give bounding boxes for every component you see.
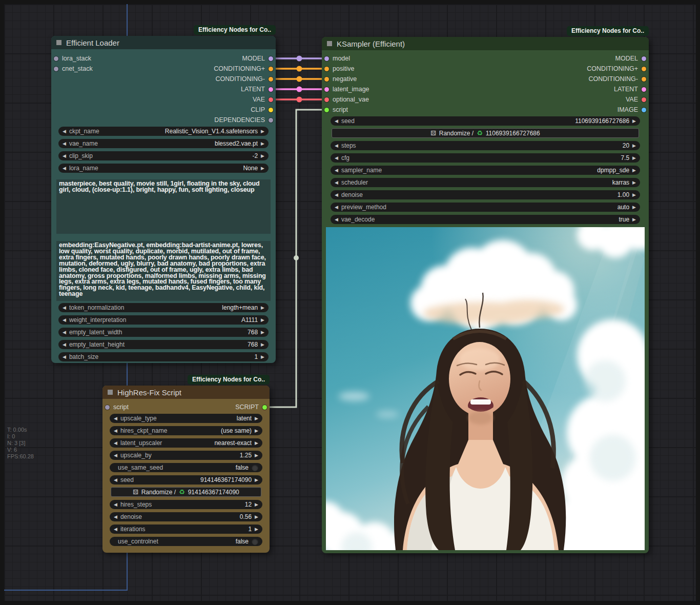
right-arrow-icon[interactable]: ▶ <box>632 168 636 173</box>
right-arrow-icon[interactable]: ▶ <box>255 502 258 507</box>
widget-hires_steps[interactable]: ◀ hires_steps 12 ▶ <box>110 500 262 509</box>
widget-batch_size[interactable]: ◀ batch_size 1 ▶ <box>58 352 269 361</box>
left-arrow-icon[interactable]: ◀ <box>335 119 338 124</box>
widget-vae_decode[interactable]: ◀ vae_decode true ▶ <box>331 215 640 224</box>
right-arrow-icon[interactable]: ▶ <box>255 515 258 519</box>
port-dot[interactable] <box>269 87 273 92</box>
widget-lora_name[interactable]: ◀ lora_name None ▶ <box>58 164 269 173</box>
right-arrow-icon[interactable]: ▶ <box>632 156 636 160</box>
randomize-seed-button[interactable]: ⚄ Randomize / ♻ 914146367174090 <box>111 487 261 497</box>
widget-denoise[interactable]: ◀ denoise 0.56 ▶ <box>110 512 262 521</box>
right-arrow-icon[interactable]: ▶ <box>261 318 264 322</box>
widget-vae_name[interactable]: ◀ vae_name blessed2.vae.pt ▶ <box>58 139 269 148</box>
left-arrow-icon[interactable]: ◀ <box>335 205 338 210</box>
widget-weight_interpretation[interactable]: ◀ weight_interpretation A1111 ▶ <box>58 315 269 325</box>
right-arrow-icon[interactable]: ▶ <box>632 180 636 185</box>
left-arrow-icon[interactable]: ◀ <box>335 156 338 160</box>
left-arrow-icon[interactable]: ◀ <box>335 193 338 197</box>
port-dot[interactable] <box>642 108 646 112</box>
left-arrow-icon[interactable]: ◀ <box>114 478 117 482</box>
port-dot[interactable] <box>642 97 646 102</box>
widget-preview_method[interactable]: ◀ preview_method auto ▶ <box>331 203 640 212</box>
right-arrow-icon[interactable]: ▶ <box>632 205 636 210</box>
right-arrow-icon[interactable]: ▶ <box>255 453 258 458</box>
port-dot[interactable] <box>269 118 273 123</box>
widget-clip_skip[interactable]: ◀ clip_skip -2 ▶ <box>58 151 269 160</box>
right-arrow-icon[interactable]: ▶ <box>261 355 264 359</box>
left-arrow-icon[interactable]: ◀ <box>335 168 338 173</box>
node-ksampler-efficient[interactable]: Efficiency Nodes for Co.. KSampler (Effi… <box>322 37 649 553</box>
left-arrow-icon[interactable]: ◀ <box>63 355 66 359</box>
widget-latent_upscaler[interactable]: ◀ latent_upscaler nearest-exact ▶ <box>110 438 262 448</box>
left-arrow-icon[interactable]: ◀ <box>335 180 338 185</box>
left-arrow-icon[interactable]: ◀ <box>114 515 117 519</box>
left-arrow-icon[interactable]: ◀ <box>114 429 117 433</box>
widget-denoise[interactable]: ◀ denoise 1.00 ▶ <box>331 190 640 199</box>
node-highres-fix-script[interactable]: Efficiency Nodes for Co.. HighRes-Fix Sc… <box>102 386 270 553</box>
widget-steps[interactable]: ◀ steps 20 ▶ <box>331 141 640 150</box>
left-arrow-icon[interactable]: ◀ <box>63 318 66 322</box>
left-arrow-icon[interactable]: ◀ <box>114 527 117 532</box>
widget-ckpt_name[interactable]: ◀ ckpt_name Realistic_Vision_V1.4.safete… <box>58 127 269 136</box>
left-arrow-icon[interactable]: ◀ <box>335 144 338 148</box>
port-dot[interactable] <box>269 97 273 102</box>
widget-cfg[interactable]: ◀ cfg 7.5 ▶ <box>331 153 640 163</box>
left-arrow-icon[interactable]: ◀ <box>114 441 117 446</box>
node-title-bar[interactable]: Efficient Loader <box>51 36 276 49</box>
port-dot[interactable] <box>269 77 273 82</box>
right-arrow-icon[interactable]: ▶ <box>261 306 264 310</box>
left-arrow-icon[interactable]: ◀ <box>63 306 66 310</box>
widget-seed[interactable]: ◀ seed 914146367174090 ▶ <box>110 475 262 485</box>
port-dot[interactable] <box>269 56 273 61</box>
right-arrow-icon[interactable]: ▶ <box>632 144 636 148</box>
right-arrow-icon[interactable]: ▶ <box>261 142 264 146</box>
widget-empty_latent_width[interactable]: ◀ empty_latent_width 768 ▶ <box>58 328 269 337</box>
left-arrow-icon[interactable]: ◀ <box>114 453 117 458</box>
port-dot[interactable] <box>262 405 267 410</box>
right-arrow-icon[interactable]: ▶ <box>255 441 258 446</box>
right-arrow-icon[interactable]: ▶ <box>261 342 264 347</box>
left-arrow-icon[interactable]: ◀ <box>335 217 338 222</box>
node-title-bar[interactable]: HighRes-Fix Script <box>102 386 270 399</box>
widget-empty_latent_height[interactable]: ◀ empty_latent_height 768 ▶ <box>58 340 269 349</box>
right-arrow-icon[interactable]: ▶ <box>261 330 264 335</box>
left-arrow-icon[interactable]: ◀ <box>63 129 66 134</box>
left-arrow-icon[interactable]: ◀ <box>114 416 117 421</box>
left-arrow-icon[interactable]: ◀ <box>63 330 66 335</box>
port-dot[interactable] <box>642 87 646 92</box>
widget-seed[interactable]: ◀ seed 1106939166727686 ▶ <box>331 116 640 126</box>
left-arrow-icon[interactable]: ◀ <box>63 154 66 158</box>
right-arrow-icon[interactable]: ▶ <box>261 129 264 134</box>
port-dot[interactable] <box>642 67 646 71</box>
left-arrow-icon[interactable]: ◀ <box>63 342 66 347</box>
right-arrow-icon[interactable]: ▶ <box>261 166 264 171</box>
node-title-bar[interactable]: KSampler (Efficient) <box>322 37 649 50</box>
toggle-knob[interactable] <box>252 465 258 471</box>
right-arrow-icon[interactable]: ▶ <box>632 193 636 197</box>
negative-prompt-textarea[interactable]: embedding:EasyNegative.pt, embedding:bad… <box>56 241 271 301</box>
right-arrow-icon[interactable]: ▶ <box>255 478 258 482</box>
node-efficient-loader[interactable]: Efficiency Nodes for Co.. Efficient Load… <box>51 36 276 363</box>
port-dot[interactable] <box>269 67 273 71</box>
right-arrow-icon[interactable]: ▶ <box>632 217 636 222</box>
widget-scheduler[interactable]: ◀ scheduler karras ▶ <box>331 178 640 187</box>
port-dot[interactable] <box>269 108 273 112</box>
widget-token_normalization[interactable]: ◀ token_normalization length+mean ▶ <box>58 303 269 312</box>
left-arrow-icon[interactable]: ◀ <box>63 142 66 146</box>
widget-use_controlnet[interactable]: use_controlnet false <box>110 537 262 546</box>
left-arrow-icon[interactable]: ◀ <box>63 166 66 171</box>
right-arrow-icon[interactable]: ▶ <box>255 416 258 421</box>
right-arrow-icon[interactable]: ▶ <box>261 154 264 158</box>
widget-upscale_type[interactable]: ◀ upscale_type latent ▶ <box>110 414 262 423</box>
widget-hires_ckpt_name[interactable]: ◀ hires_ckpt_name (use same) ▶ <box>110 426 262 435</box>
left-arrow-icon[interactable]: ◀ <box>114 502 117 507</box>
widget-use_same_seed[interactable]: use_same_seed false <box>110 463 262 472</box>
port-dot[interactable] <box>642 77 646 82</box>
positive-prompt-textarea[interactable]: masterpiece, best quality, movie still, … <box>56 179 271 234</box>
widget-iterations[interactable]: ◀ iterations 1 ▶ <box>110 525 262 534</box>
randomize-seed-button[interactable]: ⚄ Randomize / ♻ 1106939166727686 <box>332 128 639 138</box>
graph-canvas[interactable]: T: 0.00s I: 0 N: 3 [3] V: 6 FPS:60.28 Ef… <box>4 4 696 601</box>
toggle-knob[interactable] <box>252 538 258 545</box>
widget-upscale_by[interactable]: ◀ upscale_by 1.25 ▶ <box>110 451 262 460</box>
right-arrow-icon[interactable]: ▶ <box>255 527 258 532</box>
